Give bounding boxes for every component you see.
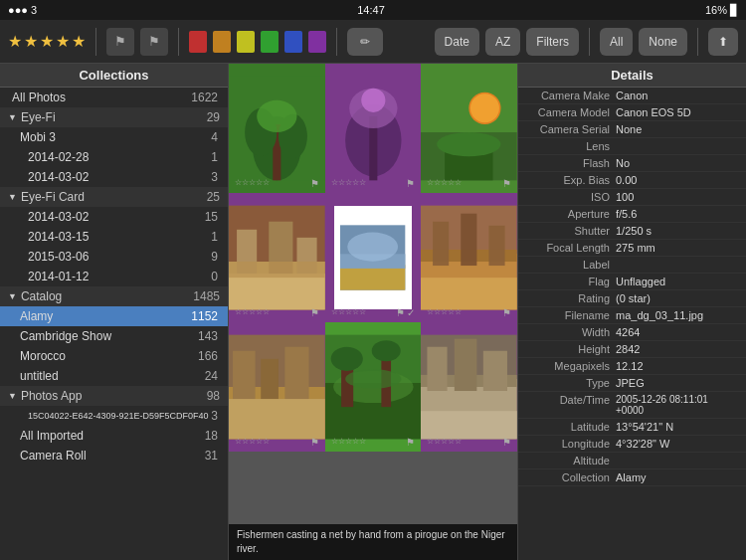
detail-row-shutter: Shutter 1/250 s <box>518 223 746 240</box>
grid-cell-5[interactable]: ☆☆☆☆☆ ⚑ ✓ <box>325 193 422 322</box>
sidebar-item-untitled[interactable]: untitled 24 <box>0 366 228 386</box>
grid-cell-1[interactable]: ☆☆☆☆☆ ⚑ <box>229 64 325 193</box>
detail-label: Flag <box>526 276 616 287</box>
sidebar-item-count: 0 <box>211 270 218 283</box>
detail-value <box>616 259 738 271</box>
detail-row-aperture: Aperture f/5.6 <box>518 206 746 223</box>
sidebar-item-label: untitled <box>20 369 59 383</box>
photo-grid[interactable]: ☆☆☆☆☆ ⚑ ☆☆☆☆☆ ⚑ <box>229 64 517 560</box>
sidebar-item-label: Morocco <box>20 349 84 363</box>
sidebar-item-cambridge-show[interactable]: Cambridge Show 143 <box>0 326 228 346</box>
star-rating-filter[interactable]: ★ ★ ★ ★ ★ <box>8 32 86 51</box>
color-green[interactable] <box>261 31 279 53</box>
share-button[interactable]: ⬆ <box>708 28 738 56</box>
date-button[interactable]: Date <box>435 28 479 56</box>
sidebar-item-count: 9 <box>211 250 218 264</box>
sidebar: Collections All Photos 1622 ▼ Eye-Fi 29 … <box>0 64 229 560</box>
detail-label: Longitude <box>526 438 616 450</box>
star-1[interactable]: ★ <box>8 32 22 51</box>
signal-icon: ●●● 3 <box>8 4 37 16</box>
all-button[interactable]: All <box>600 28 633 56</box>
sidebar-item-label: Camera Roll <box>20 449 104 463</box>
star-3[interactable]: ★ <box>40 32 54 51</box>
sidebar-item-2014-02-28[interactable]: 2014-02-28 1 <box>0 147 228 167</box>
detail-row-width: Width 4264 <box>518 324 746 341</box>
grid-cell-3[interactable]: ☆☆☆☆☆ ⚑ <box>421 64 517 193</box>
main-area: Collections All Photos 1622 ▼ Eye-Fi 29 … <box>0 64 746 560</box>
sidebar-item-camera-roll[interactable]: Camera Roll 31 <box>0 446 228 466</box>
sidebar-item-all-imported[interactable]: All Imported 18 <box>0 426 228 446</box>
edit-button[interactable]: ✏ <box>347 28 383 56</box>
sidebar-item-uuid[interactable]: 15C04022-E642-4309-921E-D59F5CDF0F40 3 <box>0 406 228 426</box>
detail-label: Collection <box>526 471 616 483</box>
sidebar-item-count: 4 <box>211 130 218 144</box>
color-purple[interactable] <box>308 31 326 53</box>
cell-flag: ⚑ <box>502 178 511 189</box>
detail-label: Camera Make <box>526 90 616 101</box>
detail-value: Canon EOS 5D <box>616 106 738 118</box>
sidebar-item-2014-03-02b[interactable]: 2014-03-02 15 <box>0 207 228 227</box>
sidebar-item-mobi3[interactable]: Mobi 3 4 <box>0 127 228 147</box>
az-button[interactable]: AZ <box>485 28 520 56</box>
sidebar-section-photos-app[interactable]: ▼ Photos App 98 <box>0 386 228 406</box>
grid-cell-7[interactable]: ☆☆☆☆☆ ⚑ <box>229 322 325 452</box>
cell-overlay-6: ☆☆☆☆☆ ⚑ <box>421 307 517 318</box>
cell-stars: ☆☆☆☆☆ <box>331 307 366 318</box>
svg-point-48 <box>345 369 401 388</box>
detail-label: Height <box>526 343 616 355</box>
cell-stars: ☆☆☆☆☆ <box>235 437 270 448</box>
filters-button[interactable]: Filters <box>526 28 579 56</box>
grid-cell-8[interactable]: ☆☆☆☆☆ ⚑ <box>325 322 422 452</box>
detail-value <box>616 455 738 467</box>
photo-thumb-7 <box>229 322 325 452</box>
sidebar-item-2014-03-02[interactable]: 2014-03-02 3 <box>0 167 228 187</box>
sidebar-item-2014-01-12[interactable]: 2014-01-12 0 <box>0 267 228 286</box>
cell-flag: ⚑ <box>502 307 511 318</box>
sidebar-item-label: 2014-03-15 <box>28 230 89 244</box>
grid-cell-9[interactable]: ☆☆☆☆☆ ⚑ <box>421 322 517 452</box>
detail-value: Alamy <box>616 471 738 483</box>
photo-thumb-9 <box>421 322 517 452</box>
grid-cell-6[interactable]: ☆☆☆☆☆ ⚑ <box>421 193 517 322</box>
sidebar-item-2015-03-06[interactable]: 2015-03-06 9 <box>0 247 228 267</box>
flag-button-2[interactable]: ⚑ <box>140 28 168 56</box>
sidebar-item-alamy[interactable]: Alamy 1152 <box>0 306 228 326</box>
svg-rect-33 <box>489 226 505 266</box>
sidebar-item-morocco[interactable]: Morocco 166 <box>0 346 228 366</box>
cell-flag: ⚑ <box>406 178 415 189</box>
cell-stars: ☆☆☆☆☆ <box>427 437 462 448</box>
sidebar-item-label: 2015-03-06 <box>28 250 106 264</box>
svg-point-14 <box>470 93 499 122</box>
sidebar-item-2014-03-15[interactable]: 2014-03-15 1 <box>0 227 228 247</box>
flag-button-1[interactable]: ⚑ <box>106 28 134 56</box>
detail-value: f/5.6 <box>616 208 738 220</box>
sidebar-item-label: Alamy <box>20 309 53 323</box>
photo-thumb-2 <box>325 64 422 193</box>
detail-label: Aperture <box>526 208 616 220</box>
color-orange[interactable] <box>213 31 231 53</box>
sidebar-section-catalog[interactable]: ▼ Catalog 1485 <box>0 286 228 306</box>
sidebar-item-label: 2014-03-02 <box>28 170 89 184</box>
toolbar: ★ ★ ★ ★ ★ ⚑ ⚑ ✏ Date AZ Filters All None… <box>0 20 746 64</box>
sidebar-section-eyefi[interactable]: ▼ Eye-Fi 29 <box>0 107 228 127</box>
svg-rect-39 <box>284 347 308 403</box>
photo-thumb-1 <box>229 64 325 193</box>
sidebar-item-count: 18 <box>205 429 218 443</box>
cell-overlay-4: ☆☆☆☆☆ ⚑ <box>229 307 325 318</box>
detail-label: Rating <box>526 292 616 304</box>
color-blue[interactable] <box>284 31 302 53</box>
sidebar-item-all-photos[interactable]: All Photos 1622 <box>0 88 228 107</box>
grid-cell-2[interactable]: ☆☆☆☆☆ ⚑ <box>325 64 422 193</box>
color-yellow[interactable] <box>237 31 255 53</box>
star-4[interactable]: ★ <box>56 32 70 51</box>
svg-point-16 <box>437 132 500 156</box>
sidebar-section-eyefi-card[interactable]: ▼ Eye-Fi Card 25 <box>0 187 228 207</box>
grid-cell-4[interactable]: ☆☆☆☆☆ ⚑ <box>229 193 325 322</box>
none-button[interactable]: None <box>639 28 687 56</box>
sidebar-item-label: 15C04022-E642-4309-921E-D59F5CDF0F40 <box>28 411 209 421</box>
detail-row-focal: Focal Length 275 mm <box>518 240 746 257</box>
detail-label: ISO <box>526 191 616 203</box>
star-5[interactable]: ★ <box>72 32 86 51</box>
star-2[interactable]: ★ <box>24 32 38 51</box>
color-red[interactable] <box>189 31 207 53</box>
